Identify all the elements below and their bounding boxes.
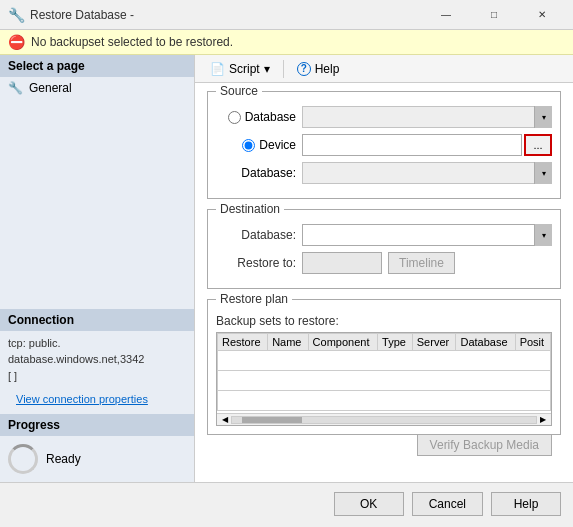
source-label: Source: [216, 84, 262, 98]
connection-line1: tcp: public.: [8, 335, 186, 352]
source-db-field-label-group: Database:: [216, 166, 296, 180]
wrench-icon: 🔧: [8, 81, 23, 95]
restore-to-input-group: Timeline: [302, 252, 455, 274]
backup-table-container[interactable]: Restore Name Component Type Server Datab…: [217, 333, 551, 413]
table-row: [218, 391, 551, 411]
script-label: Script: [229, 62, 260, 76]
source-database-select[interactable]: [302, 106, 552, 128]
window-controls: — □ ✕: [423, 0, 565, 30]
restore-to-input[interactable]: [302, 252, 382, 274]
help-button[interactable]: ? Help: [290, 59, 347, 79]
source-db-field-row: Database: ▾: [216, 162, 552, 184]
backup-sets-label: Backup sets to restore:: [216, 314, 552, 328]
connection-info: tcp: public. database.windows.net,3342 […: [0, 331, 194, 389]
progress-content: Ready: [0, 436, 194, 482]
browse-button[interactable]: ...: [524, 134, 552, 156]
table-row: [218, 371, 551, 391]
title-bar: 🔧 Restore Database - — □ ✕: [0, 0, 573, 30]
source-database-radio-group: Database: [216, 110, 296, 124]
app-icon: 🔧: [8, 7, 24, 23]
horizontal-scrollbar[interactable]: ◀ ▶: [217, 413, 551, 425]
source-db-select-wrapper: ▾: [302, 162, 552, 184]
source-database-select-wrapper: ▾: [302, 106, 552, 128]
source-device-radio-group: Device: [216, 138, 296, 152]
restore-to-label: Restore to:: [216, 256, 296, 270]
script-icon: 📄: [210, 62, 225, 76]
restore-plan-group: Restore plan Backup sets to restore: Res…: [207, 299, 561, 435]
col-type: Type: [378, 334, 413, 351]
scroll-right-arrow[interactable]: ▶: [537, 414, 549, 426]
minimize-button[interactable]: —: [423, 0, 469, 30]
warning-banner: ⛔ No backupset selected to be restored.: [0, 30, 573, 55]
radio-device[interactable]: [242, 139, 255, 152]
toolbar-separator: [283, 60, 284, 78]
col-posit: Posit: [515, 334, 550, 351]
device-input-group: ...: [302, 134, 552, 156]
table-header-row: Restore Name Component Type Server Datab…: [218, 334, 551, 351]
destination-label: Destination: [216, 202, 284, 216]
restore-plan-label: Restore plan: [216, 292, 292, 306]
right-content: Source Database ▾ Devic: [195, 83, 573, 482]
timeline-button[interactable]: Timeline: [388, 252, 455, 274]
progress-spinner: [8, 444, 38, 474]
col-database: Database: [456, 334, 515, 351]
backup-table-wrapper: Restore Name Component Type Server Datab…: [216, 332, 552, 426]
radio-database[interactable]: [228, 111, 241, 124]
destination-group: Destination Database: ▾ Restore to: Time…: [207, 209, 561, 289]
dest-database-label: Database:: [216, 228, 296, 242]
source-db-select[interactable]: [302, 162, 552, 184]
source-device-row: Device ...: [216, 134, 552, 156]
nav-label-general: General: [29, 81, 72, 95]
col-name: Name: [268, 334, 308, 351]
col-component: Component: [308, 334, 378, 351]
help-bottom-button[interactable]: Help: [491, 492, 561, 516]
left-panel: Select a page 🔧 General Connection tcp: …: [0, 55, 195, 482]
col-restore: Restore: [218, 334, 268, 351]
cancel-button[interactable]: Cancel: [412, 492, 483, 516]
warning-text: No backupset selected to be restored.: [31, 35, 233, 49]
device-input[interactable]: [302, 134, 522, 156]
bottom-bar: OK Cancel Help: [0, 482, 573, 524]
toolbar: 📄 Script ▾ ? Help: [195, 55, 573, 83]
radio-device-label: Device: [259, 138, 296, 152]
select-page-header: Select a page: [0, 55, 194, 77]
radio-database-label: Database: [245, 110, 296, 124]
script-button[interactable]: 📄 Script ▾: [203, 59, 277, 79]
source-db-field-label: Database:: [241, 166, 296, 180]
source-group: Source Database ▾ Devic: [207, 91, 561, 199]
restore-to-row: Restore to: Timeline: [216, 252, 552, 274]
maximize-button[interactable]: □: [471, 0, 517, 30]
scroll-track[interactable]: [231, 416, 537, 424]
right-wrapper: 📄 Script ▾ ? Help Source Database: [195, 55, 573, 482]
connection-header: Connection: [0, 309, 194, 331]
ready-text: Ready: [46, 452, 81, 466]
connection-line3: [ ]: [8, 368, 186, 385]
script-dropdown-icon: ▾: [264, 62, 270, 76]
ok-button[interactable]: OK: [334, 492, 404, 516]
verify-backup-button[interactable]: Verify Backup Media: [417, 434, 552, 456]
help-label: Help: [315, 62, 340, 76]
dest-database-row: Database: ▾: [216, 224, 552, 246]
help-icon: ?: [297, 62, 311, 76]
connection-line2: database.windows.net,3342: [8, 351, 186, 368]
dest-database-select-wrapper: ▾: [302, 224, 552, 246]
progress-header: Progress: [0, 414, 194, 436]
nav-item-general[interactable]: 🔧 General: [0, 77, 194, 99]
dest-database-select[interactable]: [302, 224, 552, 246]
backup-table: Restore Name Component Type Server Datab…: [217, 333, 551, 411]
view-connection-link[interactable]: View connection properties: [8, 391, 156, 407]
table-row: [218, 351, 551, 371]
source-database-row: Database ▾: [216, 106, 552, 128]
scroll-left-arrow[interactable]: ◀: [219, 414, 231, 426]
error-icon: ⛔: [8, 34, 25, 50]
window-title: Restore Database -: [30, 8, 423, 22]
col-server: Server: [412, 334, 456, 351]
scroll-thumb: [242, 417, 302, 423]
close-button[interactable]: ✕: [519, 0, 565, 30]
